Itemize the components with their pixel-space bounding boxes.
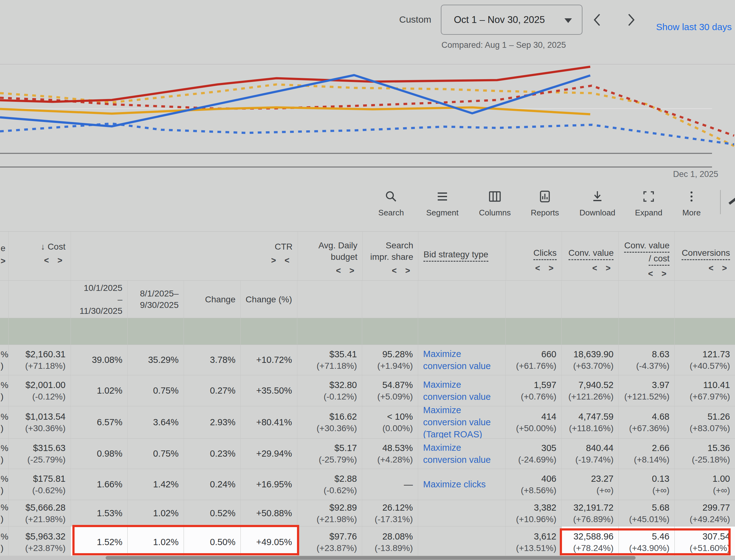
cell-ctr-current: 1.02% <box>71 375 128 406</box>
subheader-empty <box>675 281 735 318</box>
cell-ctr-change: 0.50% <box>184 526 241 558</box>
cell-ctr-change-pct: +35.50% <box>241 375 297 406</box>
table-row: %)$1,013.54(+30.36%)6.57%3.64%2.93%+80.4… <box>0 406 735 438</box>
cell-avg-daily-budget: $32.80(-0.12%) <box>297 375 362 406</box>
cell-clicks: 406(+8.56%) <box>506 469 562 500</box>
column-header-ctr[interactable]: CTR> < <box>71 232 298 280</box>
cell-ctr-change-pct: +16.95% <box>241 469 297 500</box>
cell-ctr-change-pct: +29.94% <box>241 439 297 469</box>
cell-search-impr-share: — <box>362 469 418 500</box>
cell-avg-daily-budget: $16.62(+30.36%) <box>297 406 362 438</box>
bid-strategy-link[interactable]: Maximize conversion value <box>423 442 502 466</box>
toolbar-reports-button[interactable]: Reports <box>522 189 568 227</box>
cell-cost: $2,001.00(-0.12%) <box>9 375 71 406</box>
bid-strategy-link[interactable]: Maximize conversion value <box>423 348 502 372</box>
chart-series-red-current-period <box>0 67 590 102</box>
summary-row <box>0 318 735 345</box>
cell-conv-value: 23.27(+∞) <box>562 469 619 500</box>
segment-icon <box>435 189 450 204</box>
table-row: %)$2,001.00(-0.12%)1.02%0.75%0.27%+35.50… <box>0 375 735 406</box>
cell-bid-strategy: Maximize conversion value (Target ROAS) <box>418 406 506 438</box>
summary-cell <box>418 318 506 345</box>
subheader-empty <box>619 281 675 318</box>
performance-line-chart <box>0 0 735 189</box>
toolbar-columns-button[interactable]: Columns <box>472 189 518 227</box>
cell-bid-strategy: Maximize conversion value <box>418 345 506 375</box>
toolbar-search-button[interactable]: Search <box>368 189 415 227</box>
expand-icon <box>642 189 656 204</box>
column-header-cost[interactable]: ↓ Cost< > <box>9 232 71 280</box>
cell-ctr-current: 1.52% <box>71 526 128 558</box>
cell-conversions: 51.26(+83.07%) <box>675 406 735 438</box>
cell-search-impr-share: 54.87%(+5.09%) <box>362 375 418 406</box>
expand-columns-icon[interactable]: < > <box>709 263 730 274</box>
cell-clicks: 3,382(+10.96%) <box>506 500 562 526</box>
toolbar-expand-button[interactable]: Expand <box>625 189 672 227</box>
cut-column-fragment: %) <box>0 469 9 500</box>
cell-ctr-change: 0.24% <box>184 469 241 500</box>
cell-ctr-change: 0.27% <box>184 375 241 406</box>
table-row: %)$5,963.32(+23.87%)1.52%1.02%0.50%+49.0… <box>0 526 735 558</box>
table-row: %)$175.81(-0.62%)1.66%1.42%0.24%+16.95%$… <box>0 469 735 500</box>
bid-strategy-link[interactable]: Maximize conversion value (Target ROAS) <box>423 406 502 438</box>
expand-columns-icon[interactable]: < > <box>648 268 669 280</box>
cut-column-fragment: %) <box>0 345 9 375</box>
collapse-columns-icon[interactable]: > < <box>271 255 293 266</box>
download-icon <box>590 189 605 204</box>
summary-cell <box>562 318 619 345</box>
summary-cell <box>9 318 71 345</box>
cell-ctr-current: 6.57% <box>71 406 128 438</box>
cell-conv-value: 840.44(-19.74%) <box>562 439 619 469</box>
cell-cost: $5,963.32(+23.87%) <box>9 526 71 558</box>
cell-conversions: 299.77(+49.24%) <box>675 500 735 526</box>
cell-search-impr-share: < 10%(0.00%) <box>362 406 418 438</box>
bid-strategy-link[interactable]: Maximize conversion value <box>423 379 502 403</box>
subheader-change: Change <box>184 281 241 318</box>
column-header-bid-strategy-type[interactable]: Bid strategy type <box>419 232 506 280</box>
column-header-conv-value[interactable]: Conv. value< > <box>562 232 619 280</box>
toolbar-download-button[interactable]: Download <box>574 189 621 227</box>
pencil-icon[interactable] <box>728 196 735 205</box>
column-header-conversions[interactable]: Conversions< > <box>675 232 735 280</box>
cell-conv-value: 32,588.96(+78.24%) <box>562 526 619 558</box>
bid-strategy-link[interactable]: Maximize clicks <box>423 478 502 490</box>
cell-search-impr-share: 28.08%(-13.89%) <box>362 526 418 558</box>
expand-columns-icon[interactable]: < > <box>336 265 357 277</box>
cell-ctr-change: 0.23% <box>184 439 241 469</box>
toolbar-label: Reports <box>531 208 559 218</box>
expand-columns-icon[interactable]: < > <box>392 265 413 277</box>
cell-clicks: 1,597(+0.76%) <box>506 375 562 406</box>
toolbar-segment-button[interactable]: Segment <box>419 189 466 227</box>
cell-clicks: 305(-24.69%) <box>506 439 562 469</box>
cell-ctr-current: 39.08% <box>71 345 128 375</box>
expand-columns-icon[interactable]: < > <box>592 263 614 274</box>
cell-avg-daily-budget: $5.17(-25.79%) <box>297 439 362 469</box>
table-header-row: e>↓ Cost< >CTR> <Avg. Dailybudget< >Sear… <box>0 232 735 280</box>
summary-cell <box>241 318 297 345</box>
cell-cost: $1,013.54(+30.36%) <box>9 406 71 438</box>
cell-conv-value: 32,191.72(+76.89%) <box>562 500 619 526</box>
cell-clicks: 414(+50.00%) <box>506 406 562 438</box>
cut-column-fragment: %) <box>0 406 9 438</box>
column-header-clicks[interactable]: Clicks< > <box>506 232 562 280</box>
chart-series-yellow-previous-period <box>0 84 734 146</box>
cell-conv-value-per-cost: 3.97(+121.52%) <box>619 375 675 406</box>
cell-conv-value-per-cost: 4.68(+67.36%) <box>619 406 675 438</box>
column-header-conv-value-per-cost[interactable]: Conv. value/ cost< > <box>619 232 675 280</box>
column-header-search-impr-share[interactable]: Searchimpr. share< > <box>362 232 419 280</box>
cell-bid-strategy: Maximize conversion value <box>418 375 506 406</box>
expand-columns-icon[interactable]: < > <box>44 255 66 266</box>
expand-columns-icon[interactable]: < > <box>535 263 557 274</box>
cell-clicks: 3,612(+13.51%) <box>506 526 562 558</box>
cell-conv-value-per-cost: 5.46(+43.90%) <box>619 526 675 558</box>
cell-ctr-change: 3.78% <box>184 345 241 375</box>
cut-column-fragment: %) <box>0 500 9 526</box>
horizontal-scrollbar-thumb[interactable] <box>106 556 636 560</box>
column-header-avg-daily-budget[interactable]: Avg. Dailybudget< > <box>298 232 363 280</box>
toolbar-divider <box>720 190 721 214</box>
cell-ctr-current: 0.98% <box>71 439 128 469</box>
toolbar-label: Segment <box>426 208 459 218</box>
cut-column-header-fragment: e <box>1 242 8 254</box>
toolbar-more-button[interactable]: More <box>668 189 715 227</box>
toolbar-label: Columns <box>479 208 511 218</box>
